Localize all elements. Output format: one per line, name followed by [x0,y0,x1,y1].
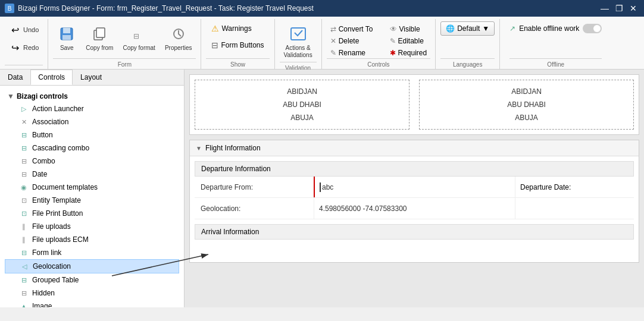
city-item-abidjan-2: ABIDJAN [424,85,629,98]
controls-left-col: ⇄ Convert To ✕ Delete ✎ Rename [327,21,377,58]
city-lists: ABIDJAN ABU DHABI ABUJA ABIDJAN ABU DHAB… [190,75,639,134]
tree-item-association[interactable]: ✕ Association [5,115,179,128]
copy-format-label: Copy format [123,45,155,52]
window-controls: — ❐ ✕ [599,2,639,14]
tree-item-file-uploads-ecm[interactable]: ∥ File uploads ECM [5,233,179,246]
properties-icon [169,24,188,43]
right-panel: ABIDJAN ABU DHABI ABUJA ABIDJAN ABU DHAB… [185,70,644,307]
form-group: Save Copy from ⊟ Copy format [48,19,201,69]
section-collapse-icon[interactable]: ▼ [196,145,202,152]
cascading-combo-label: Cascading combo [32,144,174,152]
toggle-knob [593,25,601,32]
geolocation-label: Geolocation [33,262,174,270]
validation-buttons: Actions &Validations [280,19,317,62]
hidden-label: Hidden [32,289,174,297]
tab-layout[interactable]: Layout [73,70,110,85]
flight-info-section: ▼ Flight Information Departure Informati… [189,140,639,263]
grouped-table-label: Grouped Table [32,276,174,284]
form-buttons-label: Form Buttons [221,41,264,49]
delete-button[interactable]: ✕ Delete [327,36,377,46]
undo-button[interactable]: ↩ Undo [5,21,43,38]
save-label: Save [60,45,74,52]
copy-from-button[interactable]: Copy from [82,21,117,55]
offline-group: ↗ Enable offline work Offline [500,19,611,69]
tree-item-file-print-button[interactable]: ⊡ File Print Button [5,207,179,220]
tree-item-geolocation[interactable]: ◁ Geolocation [5,259,179,273]
languages-group-label: Languages [440,58,495,69]
tree-root[interactable]: ▼ Bizagi controls [5,90,179,102]
combo-label: Combo [32,157,174,165]
file-uploads-label: File uploads [32,222,174,231]
file-uploads-icon: ∥ [19,222,29,231]
offline-toggle-switch[interactable] [583,24,602,33]
redo-button[interactable]: ↪ Redo [5,39,43,56]
convert-to-button[interactable]: ⇄ Convert To [327,24,377,34]
warnings-button[interactable]: ⚠ Warnings [206,21,257,36]
tree-item-date[interactable]: ⊟ Date [5,168,179,181]
undo-redo-group: ↩ Undo ↪ Redo [2,19,48,69]
warnings-icon: ⚠ [211,24,219,33]
save-button[interactable]: Save [53,21,80,55]
geolocation-value-field[interactable]: 4.598056000 -74.07583300 [314,198,515,219]
tab-data[interactable]: Data [0,70,30,85]
tree-item-entity-template[interactable]: ⊡ Entity Template [5,194,179,207]
save-icon [57,24,76,43]
association-label: Association [32,118,174,126]
action-launcher-icon: ▷ [19,104,29,114]
image-icon: ▲ [19,301,29,307]
rename-button[interactable]: ✎ Rename [327,48,377,58]
actions-validations-icon [289,24,308,43]
copy-from-label: Copy from [86,45,113,52]
tree-item-button[interactable]: ⊟ Button [5,128,179,141]
svg-rect-7 [291,28,305,40]
city-item-abuja-2: ABUJA [424,111,629,124]
tree-item-action-launcher[interactable]: ▷ Action Launcher [5,102,179,115]
actions-validations-label: Actions &Validations [284,45,312,59]
entity-template-icon: ⊡ [19,196,29,205]
undo-icon: ↩ [9,24,21,36]
controls-right-col: 👁 Visible ✎ Editable ✱ Required [386,21,431,58]
maximize-button[interactable]: ❐ [613,2,625,14]
properties-label: Properties [165,45,192,52]
minimize-button[interactable]: — [599,2,611,14]
redo-label: Redo [23,44,39,52]
actions-validations-button[interactable]: Actions &Validations [280,21,317,62]
form-group-label: Form [53,58,196,69]
offline-toggle[interactable]: ↗ Enable offline work [509,21,602,33]
tree-item-hidden[interactable]: ⊟ Hidden [5,287,179,300]
tree-item-image[interactable]: ▲ Image [5,300,179,307]
copy-format-button[interactable]: ⊟ Copy format [118,21,159,55]
close-button[interactable]: ✕ [627,2,639,14]
tree-item-file-uploads[interactable]: ∥ File uploads [5,220,179,233]
required-button[interactable]: ✱ Required [386,48,431,58]
default-language-button[interactable]: 🌐 Default ▼ [440,21,495,36]
city-item-abidjan-1: ABIDJAN [200,85,404,98]
combo-icon: ⊟ [19,156,29,166]
tree-item-grouped-table[interactable]: ⊟ Grouped Table [5,273,179,287]
flight-info-title: Flight Information [205,144,261,152]
tree-item-cascading-combo[interactable]: ⊟ Cascading combo [5,141,179,155]
form-link-label: Form link [32,248,174,257]
undo-label: Undo [23,26,39,34]
departure-from-row: Departure From: abc Departure Date: [195,177,634,198]
convert-to-icon: ⇄ [330,25,336,33]
form-buttons-button[interactable]: ⊟ Form Buttons [206,38,269,52]
tree-item-document-templates[interactable]: ◉ Document templates [5,181,179,194]
properties-button[interactable]: Properties [161,21,196,55]
tab-controls[interactable]: Controls [30,70,73,85]
editable-button[interactable]: ✎ Editable [386,36,431,46]
tree-item-form-link[interactable]: ⊟ Form link [5,246,179,259]
departure-date-label: Departure Date: [515,177,634,197]
date-icon: ⊟ [19,169,29,179]
departure-from-field[interactable]: abc [314,177,515,197]
geolocation-second [515,198,634,219]
tree-item-combo[interactable]: ⊟ Combo [5,155,179,168]
convert-to-label: Convert To [339,25,373,33]
file-print-button-icon: ⊡ [19,209,29,218]
visible-button[interactable]: 👁 Visible [386,24,431,34]
left-panel: Data Controls Layout ▼ Bizagi controls ▷… [0,70,185,307]
file-uploads-ecm-icon: ∥ [19,235,29,244]
visible-icon: 👁 [390,25,397,33]
offline-group-label: Offline [509,58,602,69]
svg-rect-2 [62,35,71,40]
